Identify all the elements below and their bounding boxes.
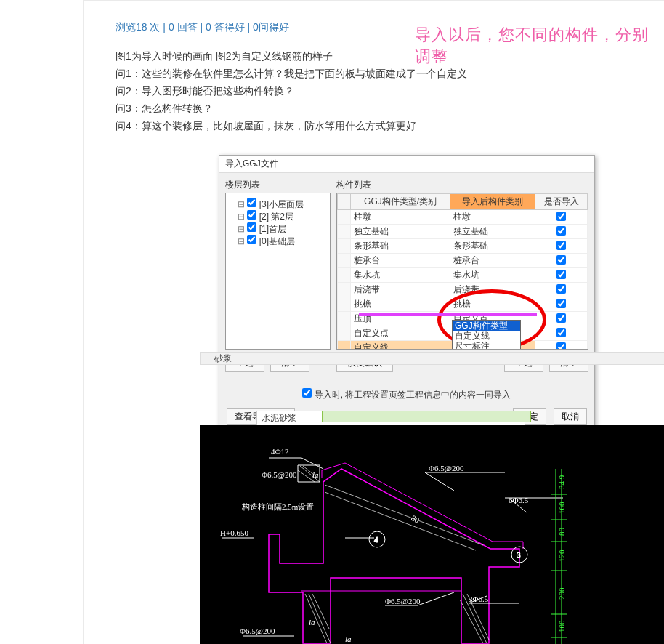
svg-line-9 [325, 485, 483, 545]
dropdown-option[interactable]: 自定义线 [453, 331, 520, 341]
tree-checkbox[interactable] [247, 198, 256, 207]
svg-line-17 [425, 472, 454, 491]
row-checkbox[interactable] [556, 313, 566, 323]
table-row: 集水坑集水坑 [338, 268, 588, 283]
component-list-label: 构件列表 [336, 179, 588, 191]
tree-item[interactable]: [1]首层 [230, 222, 325, 235]
svg-text:4Φ12: 4Φ12 [271, 447, 289, 456]
svg-text:la: la [312, 470, 319, 479]
grid-header-import[interactable]: 是否导入 [535, 194, 588, 210]
svg-text:100: 100 [557, 502, 566, 514]
import-settings-checkbox[interactable] [302, 388, 312, 398]
svg-text:Φ6.5@200: Φ6.5@200 [262, 470, 297, 479]
svg-text:200: 200 [557, 587, 566, 600]
background-table-header [200, 352, 664, 365]
svg-text:Φ6.5@200: Φ6.5@200 [240, 627, 275, 635]
question-line-5: 问4：算这个装修层，比如坡屋面，抹灰，防水等用什么方式算更好 [116, 117, 664, 134]
svg-text:80: 80 [410, 513, 421, 525]
row-checkbox[interactable] [556, 226, 566, 236]
table-row: 桩承台桩承台 [338, 254, 588, 268]
tree-item[interactable]: [0]基础层 [230, 235, 325, 247]
category-dropdown[interactable]: GGJ构件类型 自定义线 尺寸标注 [452, 320, 521, 350]
svg-text:3: 3 [517, 550, 521, 559]
dropdown-option[interactable]: 尺寸标注 [453, 341, 520, 350]
grid-header-type[interactable]: GGJ构件类型/类别 [351, 194, 450, 210]
tree-item[interactable]: [3]小屋面层 [230, 198, 325, 210]
tree-checkbox[interactable] [247, 235, 256, 244]
floor-tree[interactable]: [3]小屋面层 [2] 第2层 [1]首层 [0]基础层 [225, 193, 331, 350]
row-checkbox[interactable] [556, 270, 566, 279]
question-line-4: 问3：怎么构件转换？ [116, 100, 664, 117]
table-row: 柱墩柱墩 [338, 210, 588, 225]
component-grid[interactable]: GGJ构件类型/类别 导入后构件类别 是否导入 柱墩柱墩 独立基础独立基础 条形… [336, 193, 588, 350]
svg-text:Φ6.5@200: Φ6.5@200 [385, 597, 421, 605]
import-dialog: 导入GGJ文件 楼层列表 [3]小屋面层 [2] 第2层 [1]首层 [0]基础… [219, 155, 595, 430]
table-row: 后浇带后浇带 [338, 283, 588, 297]
svg-text:la: la [345, 635, 352, 643]
svg-line-21 [418, 592, 454, 605]
tree-checkbox[interactable] [247, 210, 256, 220]
svg-text:120: 120 [557, 550, 566, 562]
svg-text:Φ6.5@200: Φ6.5@200 [429, 464, 464, 472]
table-row: 独立基础独立基础 [338, 225, 588, 239]
grid-header-num [338, 194, 351, 210]
row-checkbox[interactable] [556, 241, 566, 250]
row-checkbox[interactable] [556, 212, 566, 221]
grid-header-after[interactable]: 导入后构件类别 [450, 194, 535, 210]
background-col-label: 砂浆 [214, 353, 232, 365]
svg-text:100: 100 [557, 620, 566, 632]
svg-text:4: 4 [374, 535, 378, 544]
table-row: 条形基础条形基础 [338, 239, 588, 254]
svg-line-8 [460, 600, 483, 643]
cancel-button[interactable]: 取消 [554, 408, 587, 425]
import-settings-label: 导入时, 将工程设置页签工程信息中的内容一同导入 [315, 390, 511, 400]
question-line-3: 问2：导入图形时能否把这些构件转换？ [116, 82, 664, 100]
tree-checkbox[interactable] [247, 222, 256, 232]
svg-text:3Φ6.5: 3Φ6.5 [469, 595, 489, 603]
svg-text:34.9: 34.9 [557, 475, 566, 489]
table-row: 挑檐挑檐 [338, 297, 588, 312]
row-checkbox[interactable] [556, 328, 566, 337]
row-checkbox[interactable] [556, 255, 566, 265]
row-checkbox[interactable] [556, 284, 566, 294]
svg-text:6Φ6.5: 6Φ6.5 [509, 496, 529, 504]
annotation-top: 导入以后，您不同的构件，分别调整 [415, 24, 664, 68]
cad-drawing: 4 3 4Φ12 Φ6.5@200 构造柱间隔2.5m设置 H+0.650 Φ6… [200, 425, 664, 644]
tree-item[interactable]: [2] 第2层 [230, 210, 325, 222]
svg-text:80: 80 [557, 528, 566, 536]
annotation-line [359, 313, 537, 316]
dialog-title: 导入GGJ文件 [219, 156, 594, 173]
row-checkbox[interactable] [556, 299, 566, 308]
row-checkbox[interactable] [556, 342, 566, 350]
svg-text:H+0.650: H+0.650 [220, 528, 248, 537]
svg-text:构造柱间隔2.5m设置: 构造柱间隔2.5m设置 [241, 502, 314, 511]
floor-list-label: 楼层列表 [225, 179, 331, 191]
dropdown-option[interactable]: GGJ构件类型 [453, 321, 520, 331]
background-cell-hl [322, 411, 531, 422]
svg-text:la: la [309, 618, 315, 627]
